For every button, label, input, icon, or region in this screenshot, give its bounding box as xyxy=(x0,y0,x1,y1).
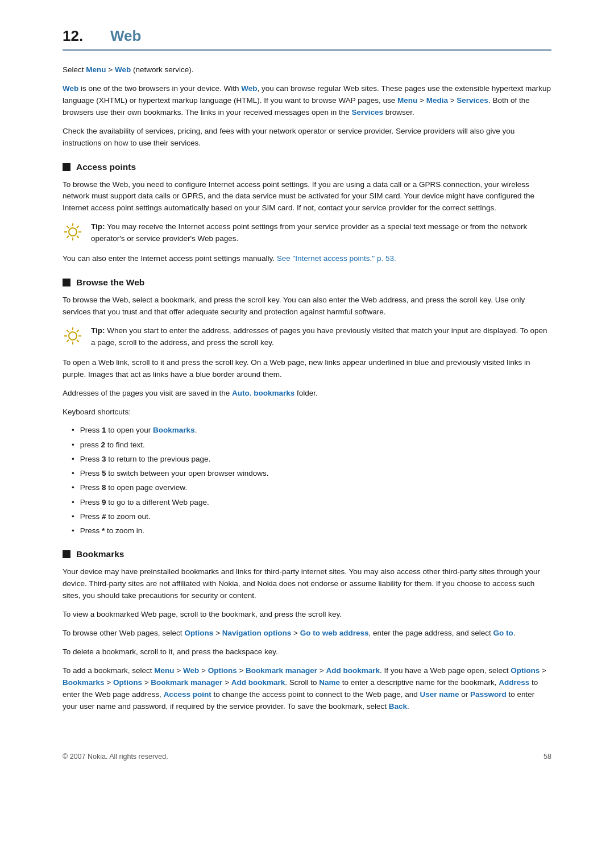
browse-tip-label: Tip: xyxy=(91,326,105,335)
svg-line-14 xyxy=(67,330,69,332)
bk-p3-end: . xyxy=(513,629,516,637)
shortcut-text: Press 8 to open page overview. xyxy=(80,482,187,493)
shortcut-text: Press 5 to switch between your open brow… xyxy=(80,468,269,479)
shortcut-text: press 2 to find text. xyxy=(80,439,145,451)
ap-para2-link[interactable]: See "Internet access points," p. 53. xyxy=(277,254,396,263)
intro-services[interactable]: Services xyxy=(457,96,488,105)
intro-menu2[interactable]: Menu xyxy=(397,96,417,105)
bk-arr1: > xyxy=(213,629,222,637)
p5-text3: to enter a descriptive name for the book… xyxy=(340,678,499,687)
p5-user[interactable]: User name xyxy=(420,690,459,699)
goto-web-link[interactable]: Go to web address xyxy=(300,629,369,637)
list-item: • Press 3 to return to the previous page… xyxy=(63,454,551,465)
section-browse-title: Browse the Web xyxy=(76,277,144,288)
intro-web-link[interactable]: Web xyxy=(115,65,131,74)
svg-point-0 xyxy=(69,228,77,236)
browse-para3-end: folder. xyxy=(294,389,318,397)
svg-line-16 xyxy=(77,330,79,332)
shortcut-text: Press 1 to open your Bookmarks. xyxy=(80,425,197,436)
bullet-icon: • xyxy=(72,525,74,537)
shortcut-text: Press 9 to go to a different Web page. xyxy=(80,497,209,508)
bullet-icon: • xyxy=(72,439,74,451)
list-item: • Press # to zoom out. xyxy=(63,511,551,522)
bullet-icon: • xyxy=(72,511,74,522)
intro-web2[interactable]: Web xyxy=(241,84,257,93)
bookmarks-para4: To delete a bookmark, scroll to it, and … xyxy=(63,646,551,658)
p5-web[interactable]: Web xyxy=(183,666,199,675)
svg-line-15 xyxy=(77,340,79,342)
section-bk-square-icon xyxy=(63,550,70,558)
p5-ap[interactable]: Access point xyxy=(164,690,211,699)
bookmarks-link[interactable]: Bookmarks xyxy=(153,426,195,434)
section-browse-square-icon xyxy=(63,279,70,286)
browse-para1: To browse the Web, select a bookmark, an… xyxy=(63,294,551,318)
p5-addr[interactable]: Address xyxy=(499,678,529,687)
section-access-points-heading: Access points xyxy=(63,162,551,172)
svg-line-8 xyxy=(67,236,69,238)
p5-pass[interactable]: Password xyxy=(470,690,507,699)
shortcut-text: Press 3 to return to the previous page. xyxy=(80,454,211,465)
bullet-icon: • xyxy=(72,497,74,508)
shortcut-text: Press * to zoom in. xyxy=(80,525,144,537)
p5-bkmgr2[interactable]: Bookmark manager xyxy=(151,678,222,687)
p5-back[interactable]: Back xyxy=(389,702,407,711)
chapter-number: 12. xyxy=(63,27,97,45)
p5-opts3[interactable]: Options xyxy=(113,678,142,687)
svg-line-6 xyxy=(77,236,79,238)
p5-menu[interactable]: Menu xyxy=(154,666,174,675)
bullet-icon: • xyxy=(72,468,74,479)
p5-arr1: > xyxy=(175,666,183,675)
p5-text6: or xyxy=(459,690,470,699)
list-item: • Press 1 to open your Bookmarks. xyxy=(63,425,551,436)
chapter-heading: 12. Web xyxy=(63,27,551,51)
p5-arr6: > xyxy=(105,678,113,687)
list-item: • Press * to zoom in. xyxy=(63,525,551,537)
auto-bookmarks-link[interactable]: Auto. bookmarks xyxy=(232,389,294,397)
p5-arr3: > xyxy=(237,666,246,675)
section-bookmarks-title: Bookmarks xyxy=(76,549,124,559)
shortcut-text: Press # to zoom out. xyxy=(80,511,151,522)
p5-mid: . If you have a Web page open, select xyxy=(380,666,511,675)
p5-bks2[interactable]: Bookmarks xyxy=(63,678,105,687)
intro-arr2: > xyxy=(448,96,457,105)
intro-web1[interactable]: Web xyxy=(63,84,78,93)
svg-line-5 xyxy=(67,226,69,229)
intro-select-prefix: Select xyxy=(63,65,86,74)
footer-page-number: 58 xyxy=(544,753,551,761)
svg-point-9 xyxy=(69,332,77,340)
p5-text2: . Scroll to xyxy=(285,678,319,687)
bk-p5-start: To add a bookmark, select xyxy=(63,666,154,675)
intro-services2[interactable]: Services xyxy=(352,108,384,117)
p5-opts2[interactable]: Options xyxy=(511,666,540,675)
bullet-icon: • xyxy=(72,425,74,436)
intro-media[interactable]: Media xyxy=(426,96,448,105)
p5-arr2: > xyxy=(199,666,208,675)
bk-arr2: > xyxy=(291,629,300,637)
p5-bkmgr[interactable]: Bookmark manager xyxy=(246,666,317,675)
nav-options-link[interactable]: Navigation options xyxy=(222,629,292,637)
browse-para3: Addresses of the pages you visit are sav… xyxy=(63,388,551,400)
p5-addbk[interactable]: Add bookmark xyxy=(326,666,380,675)
access-points-para2: You can also enter the Internet access p… xyxy=(63,253,551,265)
tip-text: You may receive the Internet access poin… xyxy=(91,222,527,243)
section-access-points-title: Access points xyxy=(76,162,136,172)
p5-end: . xyxy=(407,702,409,711)
bullet-icon: • xyxy=(72,454,74,465)
options-link[interactable]: Options xyxy=(184,629,213,637)
list-item: • Press 9 to go to a different Web page. xyxy=(63,497,551,508)
p5-arr8: > xyxy=(222,678,231,687)
intro-select-suffix: (network service). xyxy=(131,65,193,74)
access-points-tip: Tip: You may receive the Internet access… xyxy=(63,221,551,245)
browse-para3-start: Addresses of the pages you visit are sav… xyxy=(63,389,232,397)
p5-opts[interactable]: Options xyxy=(208,666,237,675)
section-browse-heading: Browse the Web xyxy=(63,277,551,288)
section-square-icon xyxy=(63,163,70,171)
intro-menu-link[interactable]: Menu xyxy=(86,65,106,74)
list-item: • Press 8 to open page overview. xyxy=(63,482,551,493)
bk-p3-mid: , enter the page address, and select xyxy=(368,629,493,637)
list-item: • press 2 to find text. xyxy=(63,439,551,451)
p5-name[interactable]: Name xyxy=(319,678,340,687)
p5-addbk2[interactable]: Add bookmark xyxy=(231,678,285,687)
goto-link[interactable]: Go to xyxy=(493,629,513,637)
bookmarks-para5: To add a bookmark, select Menu > Web > O… xyxy=(63,665,551,713)
